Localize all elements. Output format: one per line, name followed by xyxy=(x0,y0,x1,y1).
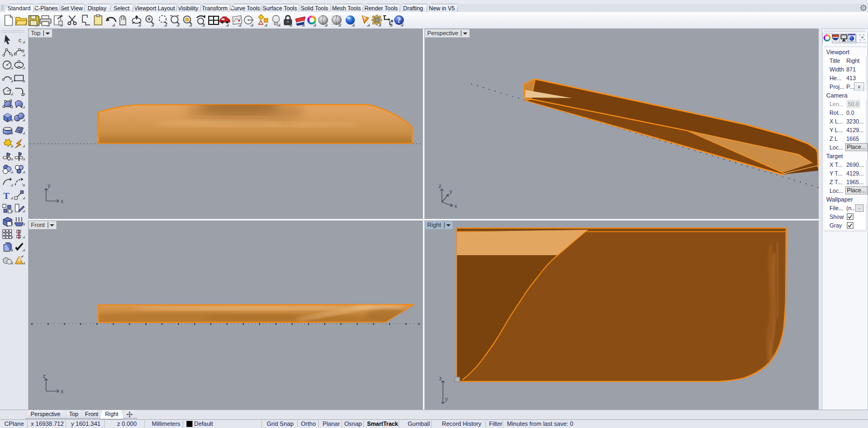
svg-text:z: z xyxy=(439,183,441,189)
svg-text:z: z xyxy=(439,375,442,381)
svg-text:y: y xyxy=(449,189,452,194)
svg-text:y: y xyxy=(48,183,50,189)
svg-text:y: y xyxy=(445,396,448,402)
svg-text:?: ? xyxy=(397,16,401,24)
svg-text:T: T xyxy=(3,191,10,201)
svg-text:x: x xyxy=(454,203,457,209)
svg-text:x: x xyxy=(61,198,63,204)
svg-text:x: x xyxy=(61,388,63,394)
svg-text:c: c xyxy=(18,37,22,43)
svg-text:z: z xyxy=(43,373,46,379)
